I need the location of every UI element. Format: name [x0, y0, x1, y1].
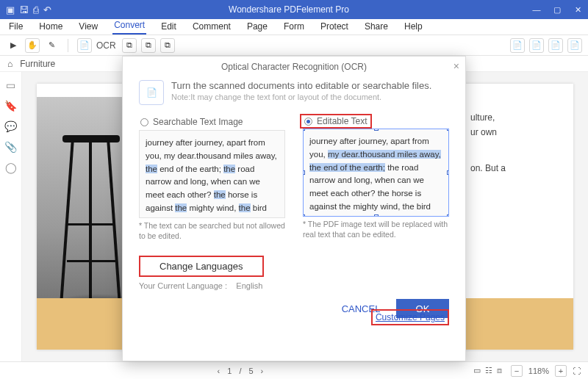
home-icon[interactable]: ⌂: [7, 59, 12, 69]
export-option-3-icon[interactable]: 📄: [548, 38, 563, 53]
bookmark-panel-icon[interactable]: 🔖: [4, 100, 17, 112]
menu-home[interactable]: Home: [37, 19, 64, 35]
menu-protect[interactable]: Protect: [319, 19, 350, 35]
current-language-value: English: [236, 281, 262, 290]
menu-comment[interactable]: Comment: [191, 19, 232, 35]
arrow-tool-icon[interactable]: ▶: [6, 38, 21, 53]
menu-page[interactable]: Page: [245, 19, 269, 35]
radio-icon: [140, 118, 148, 126]
quick-access-icons: ▣ 🖫 ⎙ ↶: [0, 4, 51, 15]
menubar: File Home View Convert Edit Comment Page…: [0, 19, 588, 35]
preview-searchable: journey after journey, apart from you, m…: [139, 130, 285, 218]
thumbnail-panel-icon[interactable]: ▭: [6, 79, 15, 91]
convert-option-1-icon[interactable]: ⧉: [122, 38, 137, 53]
breadcrumb-path[interactable]: Furniture: [20, 59, 55, 69]
ocr-button[interactable]: 📄: [77, 38, 92, 53]
menu-help[interactable]: Help: [403, 19, 424, 35]
menu-edit[interactable]: Edit: [159, 19, 178, 35]
ocr-dialog: Optical Character Recognition (OCR) × 📄 …: [122, 56, 466, 361]
preview-editable: journey after journey, apart from you, m…: [303, 129, 449, 217]
dialog-close-icon[interactable]: ×: [453, 60, 459, 72]
option-editable: Editable Text journey after journey, apa…: [303, 114, 449, 241]
edit-tool-icon[interactable]: ✎: [44, 38, 59, 53]
save-icon[interactable]: 🖫: [19, 4, 29, 15]
radio-searchable[interactable]: Searchable Text Image: [139, 114, 285, 130]
page-separator: /: [239, 367, 241, 375]
radio-searchable-label: Searchable Text Image: [153, 117, 243, 127]
zoom-out-button[interactable]: −: [511, 365, 523, 377]
page-current: 1: [227, 367, 232, 375]
caption-searchable: * The text can be searched but not allow…: [139, 221, 285, 241]
dialog-title: Optical Character Recognition (OCR): [123, 57, 465, 77]
export-option-2-icon[interactable]: 📄: [529, 38, 544, 53]
comment-panel-icon[interactable]: 💬: [4, 120, 17, 132]
titlebar: ▣ 🖫 ⎙ ↶ Wondershare PDFelement Pro — ▢ ✕: [0, 0, 588, 19]
hand-tool-icon[interactable]: ✋: [25, 38, 40, 53]
current-language-row: Your Current Language : English: [139, 281, 449, 290]
convert-option-2-icon[interactable]: ⧉: [141, 38, 156, 53]
menu-form[interactable]: Form: [282, 19, 306, 35]
minimize-button[interactable]: —: [526, 0, 547, 19]
page-total: 5: [248, 367, 253, 375]
maximize-button[interactable]: ▢: [547, 0, 567, 19]
search-panel-icon[interactable]: ◯: [5, 162, 17, 173]
statusbar: ‹ 1 / 5 › ▭ ☷ ⧈ − 118% + ⛶: [0, 361, 588, 379]
export-option-1-icon[interactable]: 📄: [510, 38, 525, 53]
menu-view[interactable]: View: [77, 19, 99, 35]
attachment-panel-icon[interactable]: 📎: [4, 141, 17, 153]
app-title: Wondershare PDFelement Pro: [51, 4, 526, 15]
print-icon[interactable]: ⎙: [33, 4, 39, 15]
app-logo-icon: ▣: [6, 4, 15, 15]
view-continuous-icon[interactable]: ☷: [485, 366, 492, 375]
page-indicator: ‹ 1 / 5 ›: [218, 367, 264, 375]
page-next-icon[interactable]: ›: [261, 367, 264, 375]
current-language-label: Your Current Language :: [139, 281, 227, 290]
undo-icon[interactable]: ↶: [43, 4, 51, 15]
dialog-note: Note:It may change the text font or layo…: [171, 93, 449, 101]
page-text-fragment: ulture, ur own on. But a: [470, 110, 559, 176]
dialog-headline: Turn the scanned documents into editable…: [171, 80, 449, 91]
ocr-label: OCR: [96, 40, 116, 51]
view-two-page-icon[interactable]: ⧈: [497, 366, 502, 375]
option-searchable: Searchable Text Image journey after jour…: [139, 114, 285, 241]
fit-page-icon[interactable]: ⛶: [573, 367, 581, 375]
menu-file[interactable]: File: [7, 19, 24, 35]
radio-editable-label: Editable Text: [317, 116, 368, 126]
dialog-hero-icon: 📄: [139, 80, 164, 105]
export-option-4-icon[interactable]: 📄: [567, 38, 582, 53]
zoom-value: 118%: [528, 367, 549, 375]
menu-share[interactable]: Share: [363, 19, 390, 35]
side-tool-strip: ▭ 🔖 💬 📎 ◯: [0, 72, 22, 361]
stool-illustration: [62, 135, 121, 311]
page-prev-icon[interactable]: ‹: [218, 367, 220, 375]
convert-toolbar: ▶ ✋ ✎ 📄 OCR ⧉ ⧉ ⧉ 📄 📄 📄 📄: [0, 35, 588, 56]
change-languages-button[interactable]: Change Languages: [143, 258, 259, 275]
radio-icon: [304, 118, 312, 126]
radio-editable[interactable]: Editable Text: [304, 116, 368, 126]
customize-pages-link[interactable]: Customize Pages: [376, 312, 445, 322]
view-single-icon[interactable]: ▭: [473, 366, 481, 375]
zoom-in-button[interactable]: +: [555, 365, 567, 377]
close-button[interactable]: ✕: [567, 0, 588, 19]
caption-editable: * The PDF image text will be replaced wi…: [303, 220, 449, 239]
convert-option-3-icon[interactable]: ⧉: [160, 38, 175, 53]
menu-convert[interactable]: Convert: [112, 18, 146, 35]
